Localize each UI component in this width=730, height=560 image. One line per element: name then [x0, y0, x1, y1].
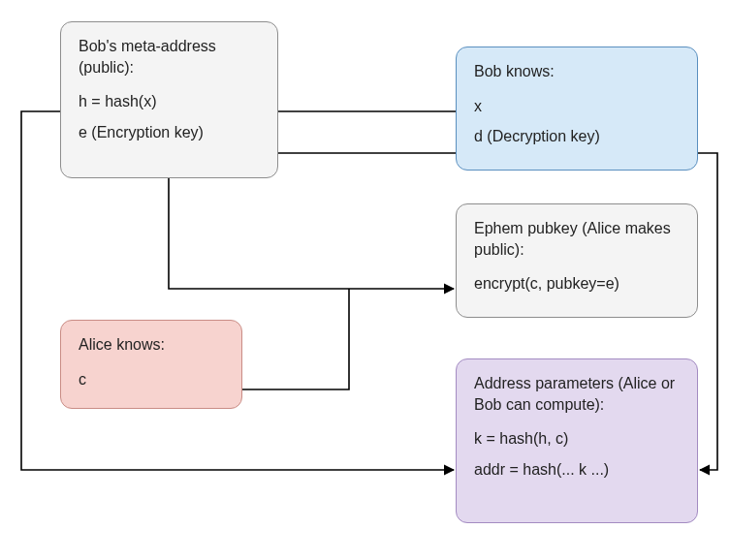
params-addr: addr = hash(... k ...): [474, 459, 680, 481]
meta-title: Bob's meta-address (public):: [79, 36, 260, 78]
params-title: Address parameters (Alice or Bob can com…: [474, 373, 680, 415]
bob-title: Bob knows:: [474, 61, 680, 82]
edge-meta-to-encrypt: [169, 178, 454, 289]
ephem-encrypt: encrypt(c, pubkey=e): [474, 273, 680, 295]
params-k: k = hash(h, c): [474, 428, 680, 450]
edge-c-to-encrypt: [242, 289, 349, 389]
box-address-parameters: Address parameters (Alice or Bob can com…: [456, 358, 698, 523]
edge-d-to-k: [698, 153, 717, 470]
box-ephem-pubkey: Ephem pubkey (Alice makes public): encry…: [456, 203, 698, 318]
ephem-title: Ephem pubkey (Alice makes public):: [474, 218, 680, 260]
meta-h: h = hash(x): [79, 91, 260, 112]
bob-x: x: [474, 96, 680, 117]
diagram-stage: Bob's meta-address (public): h = hash(x)…: [0, 0, 730, 560]
box-bob-knows: Bob knows: x d (Decryption key): [456, 47, 698, 171]
box-alice-knows: Alice knows: c: [60, 320, 242, 409]
alice-title: Alice knows:: [79, 334, 224, 356]
alice-c: c: [79, 369, 224, 390]
bob-d: d (Decryption key): [474, 126, 680, 147]
meta-e: e (Encryption key): [79, 122, 260, 143]
box-bob-meta-address: Bob's meta-address (public): h = hash(x)…: [60, 21, 278, 178]
